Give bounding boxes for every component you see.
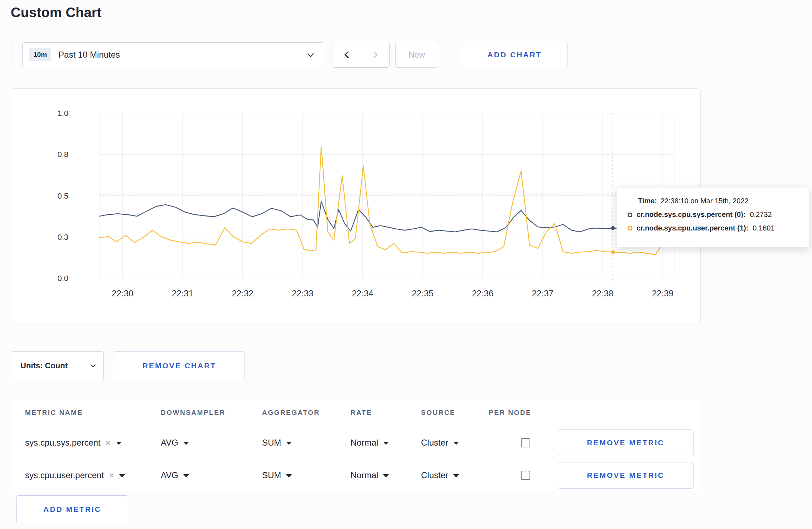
svg-text:0.3: 0.3 <box>57 233 68 242</box>
chart-card: 0.00.30.50.81.022:3022:3122:3222:3322:34… <box>11 88 701 324</box>
units-label: Units: Count <box>20 361 68 370</box>
actions-cell: REMOVE METRIC <box>558 429 701 456</box>
units-select[interactable]: Units: Count <box>11 351 104 380</box>
dropdown-arrow-icon <box>286 442 292 445</box>
per-node-checkbox[interactable] <box>521 438 530 447</box>
time-nav-group <box>333 42 390 68</box>
source-select[interactable]: Cluster <box>421 470 489 480</box>
tooltip-series-row: cr.node.sys.cpu.sys.percent (0): 0.2732 <box>628 210 799 219</box>
svg-text:0.5: 0.5 <box>57 191 68 200</box>
per-node-checkbox[interactable] <box>521 471 530 480</box>
time-range-label: Past 10 Minutes <box>58 50 120 60</box>
custom-chart-page: Custom Chart 10m Past 10 Minutes Now ADD… <box>0 5 812 529</box>
tooltip-time-label: Time: <box>638 197 657 205</box>
rate-value: Normal <box>351 438 378 448</box>
downsampler-value: AVG <box>161 470 178 480</box>
forward-arrow-button[interactable] <box>361 42 390 68</box>
tooltip-time: Time:22:38:10 on Mar 15th, 2022 <box>628 197 799 205</box>
toolbar: 10m Past 10 Minutes Now ADD CHART <box>11 42 812 68</box>
actions-cell: REMOVE METRIC <box>558 462 701 489</box>
chevron-left-icon <box>344 51 352 58</box>
col-header-source: SOURCE <box>421 409 489 417</box>
dropdown-arrow-icon <box>453 442 459 445</box>
svg-text:22:30: 22:30 <box>112 288 133 298</box>
series-user-swatch-icon <box>628 226 632 230</box>
remove-metric-button[interactable]: REMOVE METRIC <box>558 429 693 456</box>
rate-select[interactable]: Normal <box>351 438 421 448</box>
metric-name-value: sys.cpu.sys.percent <box>25 438 101 448</box>
table-row: sys.cpu.sys.percent × AVG SUM Normal Clu… <box>11 426 701 459</box>
tooltip-series-label: cr.node.sys.cpu.user.percent (1): <box>637 224 748 232</box>
svg-text:22:36: 22:36 <box>472 288 493 298</box>
dropdown-arrow-icon <box>183 474 189 477</box>
series-sys-swatch-icon <box>628 213 632 217</box>
col-header-rate: RATE <box>351 409 421 417</box>
dropdown-arrow-icon <box>383 474 389 477</box>
time-range-badge: 10m <box>29 48 51 61</box>
clear-metric-icon[interactable]: × <box>109 471 114 480</box>
source-value: Cluster <box>421 438 448 448</box>
svg-text:0.8: 0.8 <box>57 150 68 159</box>
col-header-aggregator: AGGREGATOR <box>262 409 351 417</box>
metric-name-select[interactable]: sys.cpu.user.percent × <box>25 470 161 480</box>
dropdown-arrow-icon <box>453 474 459 477</box>
per-node-cell <box>489 471 558 480</box>
table-header-row: METRIC NAME DOWNSAMPLER AGGREGATOR RATE … <box>11 399 701 426</box>
chevron-right-icon <box>371 51 378 58</box>
tooltip-series-label: cr.node.sys.cpu.sys.percent (0): <box>637 210 746 219</box>
per-node-cell <box>489 438 558 447</box>
chevron-down-icon <box>307 50 314 57</box>
dropdown-arrow-icon <box>383 442 389 445</box>
add-metric-button[interactable]: ADD METRIC <box>16 495 128 523</box>
clear-metric-icon[interactable]: × <box>106 438 111 447</box>
svg-text:0.0: 0.0 <box>57 274 68 283</box>
svg-text:22:32: 22:32 <box>232 288 253 298</box>
page-title: Custom Chart <box>11 5 812 20</box>
tooltip-time-value: 22:38:10 on Mar 15th, 2022 <box>661 197 749 205</box>
svg-text:22:38: 22:38 <box>592 288 613 298</box>
dropdown-arrow-icon <box>119 474 125 477</box>
rate-select[interactable]: Normal <box>351 470 421 480</box>
remove-metric-button[interactable]: REMOVE METRIC <box>558 462 693 489</box>
table-row: sys.cpu.user.percent × AVG SUM Normal Cl… <box>11 459 701 491</box>
downsampler-value: AVG <box>161 438 178 448</box>
svg-text:22:39: 22:39 <box>652 288 673 298</box>
svg-text:1.0: 1.0 <box>57 109 68 118</box>
back-arrow-button[interactable] <box>333 42 361 68</box>
remove-chart-button[interactable]: REMOVE CHART <box>114 351 245 380</box>
now-button[interactable]: Now <box>395 42 438 68</box>
aggregator-select[interactable]: SUM <box>262 438 351 448</box>
svg-text:22:35: 22:35 <box>412 288 434 298</box>
chevron-down-icon <box>91 362 96 367</box>
svg-text:22:33: 22:33 <box>292 288 313 298</box>
source-select[interactable]: Cluster <box>421 438 489 448</box>
metrics-table: METRIC NAME DOWNSAMPLER AGGREGATOR RATE … <box>11 399 701 491</box>
dropdown-arrow-icon <box>183 442 189 445</box>
metric-name-select[interactable]: sys.cpu.sys.percent × <box>25 438 161 448</box>
source-value: Cluster <box>421 470 448 480</box>
chart-actions-row: Units: Count REMOVE CHART <box>11 351 812 380</box>
tooltip-series-row: cr.node.sys.cpu.user.percent (1): 0.1601 <box>628 224 799 232</box>
line-chart[interactable]: 0.00.30.50.81.022:3022:3122:3222:3322:34… <box>11 89 700 324</box>
svg-text:22:31: 22:31 <box>172 288 193 298</box>
col-header-per-node: PER NODE <box>489 409 558 417</box>
dropdown-arrow-icon <box>286 474 292 477</box>
col-header-metric-name: METRIC NAME <box>25 409 161 417</box>
time-range-select[interactable]: 10m Past 10 Minutes <box>22 42 323 67</box>
dropdown-arrow-icon <box>116 442 122 445</box>
rate-value: Normal <box>351 470 378 480</box>
svg-text:22:37: 22:37 <box>532 288 554 298</box>
downsampler-select[interactable]: AVG <box>161 438 262 448</box>
aggregator-select[interactable]: SUM <box>262 470 351 480</box>
downsampler-select[interactable]: AVG <box>161 470 262 480</box>
tooltip-series-value: 0.2732 <box>750 210 772 219</box>
svg-text:22:34: 22:34 <box>352 288 373 298</box>
chart-tooltip: Time:22:38:10 on Mar 15th, 2022 cr.node.… <box>617 187 809 247</box>
col-header-downsampler: DOWNSAMPLER <box>161 409 262 417</box>
tooltip-series-value: 0.1601 <box>753 224 774 232</box>
aggregator-value: SUM <box>262 438 281 448</box>
aggregator-value: SUM <box>262 470 281 480</box>
add-chart-button[interactable]: ADD CHART <box>462 42 567 68</box>
metric-name-value: sys.cpu.user.percent <box>25 470 104 480</box>
toolbar-divider <box>11 42 11 68</box>
